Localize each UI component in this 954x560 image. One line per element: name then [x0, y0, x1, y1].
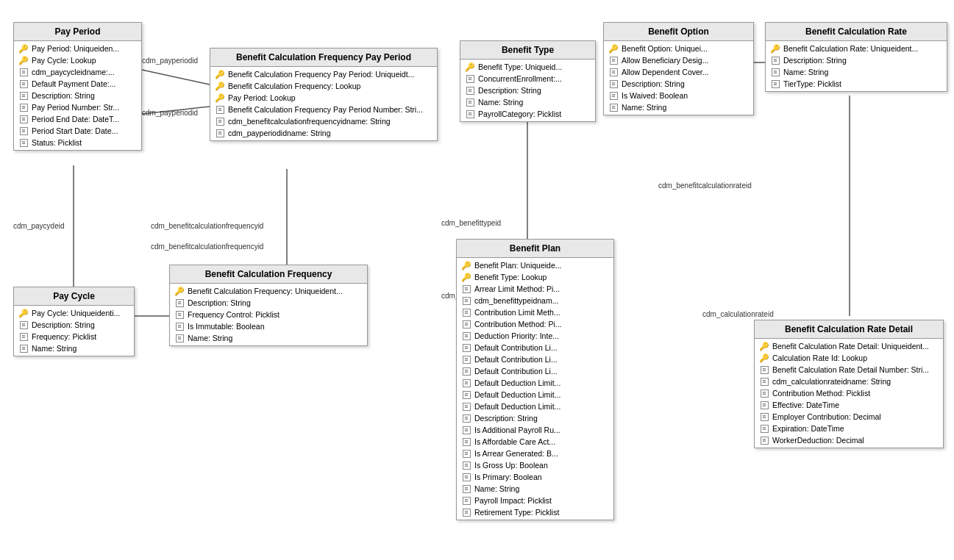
field-row: ≡WorkerDeduction: Decimal: [755, 434, 943, 446]
field-icon: ≡: [174, 321, 185, 331]
entity-benefit-calc-rate-header: Benefit Calculation Rate: [766, 23, 947, 41]
field-row: 🔑Calculation Rate Id: Lookup: [755, 352, 943, 364]
field-row: ≡Is Immutable: Boolean: [170, 320, 367, 332]
field-icon: ≡: [174, 309, 185, 320]
field-row: ≡Is Primary: Boolean: [457, 471, 613, 483]
field-row: ≡Pay Period Number: Str...: [14, 101, 141, 113]
field-icon: ≡: [18, 114, 29, 124]
entity-pay-cycle-header: Pay Cycle: [14, 287, 134, 306]
key-icon: 🔑: [759, 353, 769, 363]
entity-benefit-type-body: 🔑Benefit Type: Uniqueid... ≡ConcurrentEn…: [460, 60, 595, 121]
svg-line-0: [142, 70, 210, 85]
key-icon: 🔑: [18, 43, 29, 54]
field-row: ≡ConcurrentEnrollment:...: [460, 73, 595, 85]
field-row: ≡cdm_payperiodidname: String: [210, 127, 437, 139]
field-icon: ≡: [461, 331, 471, 341]
field-row: ≡Benefit Calculation Rate Detail Number:…: [755, 364, 943, 376]
field-row: 🔑Pay Period: Uniqueiden...: [14, 43, 141, 54]
entity-benefit-calc-freq-body: 🔑Benefit Calculation Frequency: Uniqueid…: [170, 284, 367, 345]
field-icon: ≡: [461, 390, 471, 400]
field-row: ≡Description: String: [457, 412, 613, 424]
field-row: ≡Name: String: [14, 342, 134, 354]
field-row: ≡Name: String: [766, 66, 947, 78]
field-row: ≡Name: String: [604, 101, 753, 113]
field-icon: ≡: [770, 79, 780, 89]
entity-benefit-option: Benefit Option 🔑Benefit Option: Uniquei.…: [603, 22, 754, 115]
field-icon: ≡: [461, 319, 471, 329]
connector-label-payperiodid-2: cdm_payperiodid: [142, 109, 198, 117]
field-row: ≡Frequency Control: Picklist: [170, 309, 367, 320]
field-icon: ≡: [770, 67, 780, 77]
field-icon: ≡: [174, 333, 185, 343]
field-icon: ≡: [215, 116, 225, 126]
field-icon: ≡: [461, 448, 471, 459]
entity-benefit-option-header: Benefit Option: [604, 23, 753, 41]
field-row: ≡Contribution Method: Picklist: [755, 387, 943, 399]
key-icon: 🔑: [461, 260, 471, 270]
field-icon: ≡: [759, 365, 769, 375]
key-icon: 🔑: [770, 43, 780, 54]
key-icon: 🔑: [215, 69, 225, 79]
field-icon: ≡: [759, 412, 769, 422]
field-icon: ≡: [465, 109, 475, 119]
entity-benefit-plan-body: 🔑Benefit Plan: Uniqueide... 🔑Benefit Typ…: [457, 258, 613, 520]
key-icon: 🔑: [608, 43, 619, 54]
key-icon: 🔑: [215, 81, 225, 91]
field-icon: ≡: [465, 97, 475, 107]
field-icon: ≡: [465, 73, 475, 84]
field-icon: ≡: [461, 507, 471, 517]
field-row: ≡TierType: Picklist: [766, 78, 947, 90]
field-row: ≡Description: String: [14, 90, 141, 101]
key-icon: 🔑: [18, 308, 29, 318]
key-icon: 🔑: [18, 55, 29, 65]
field-row: ≡Retirement Type: Picklist: [457, 506, 613, 518]
connector-label-calculationrateid: cdm_calculationrateid: [702, 310, 774, 318]
field-row: ≡Default Deduction Limit...: [457, 377, 613, 389]
field-row: ≡Default Contribution Li...: [457, 365, 613, 377]
field-icon: ≡: [759, 435, 769, 445]
entity-benefit-plan-header: Benefit Plan: [457, 240, 613, 258]
field-row: 🔑Benefit Type: Uniqueid...: [460, 61, 595, 73]
field-icon: ≡: [461, 307, 471, 317]
field-row: ≡Is Arrear Generated: B...: [457, 448, 613, 459]
field-icon: ≡: [608, 67, 619, 77]
connector-label-benefitcalcfreqid-1: cdm_benefitcalculationfrequencyid: [151, 222, 263, 230]
field-icon: ≡: [461, 284, 471, 294]
field-icon: ≡: [770, 55, 780, 65]
field-row: ≡Default Deduction Limit...: [457, 389, 613, 401]
field-row: ≡Benefit Calculation Frequency Pay Perio…: [210, 104, 437, 115]
diagram-canvas: Pay Period 🔑Pay Period: Uniqueiden... 🔑P…: [0, 0, 954, 560]
field-icon: ≡: [461, 425, 471, 435]
field-icon: ≡: [461, 413, 471, 423]
field-row: 🔑Pay Cycle: Uniqueidenti...: [14, 307, 134, 319]
connector-label-paycydeid: cdm_paycydeid: [13, 222, 64, 230]
key-icon: 🔑: [215, 93, 225, 103]
field-row: ≡Arrear Limit Method: Pi...: [457, 283, 613, 295]
key-icon: 🔑: [759, 341, 769, 351]
entity-benefit-calc-rate-detail-body: 🔑Benefit Calculation Rate Detail: Unique…: [755, 339, 943, 448]
field-icon: ≡: [18, 320, 29, 330]
field-row: ≡Is Affordable Care Act...: [457, 436, 613, 448]
field-row: ≡Name: String: [460, 96, 595, 108]
field-row: ≡Status: Picklist: [14, 137, 141, 148]
entity-benefit-calc-rate-detail: Benefit Calculation Rate Detail 🔑Benefit…: [754, 320, 944, 448]
field-row: ≡Default Contribution Li...: [457, 353, 613, 365]
field-row: ≡Default Deduction Limit...: [457, 401, 613, 412]
field-icon: ≡: [215, 128, 225, 138]
field-row: 🔑Benefit Plan: Uniqueide...: [457, 259, 613, 271]
field-icon: ≡: [608, 55, 619, 65]
connector-label-benefittypeid-1: cdm_benefittypeid: [441, 219, 501, 227]
field-icon: ≡: [215, 104, 225, 115]
field-row: ≡Is Gross Up: Boolean: [457, 459, 613, 471]
field-row: ≡Contribution Limit Meth...: [457, 306, 613, 318]
field-row: 🔑Benefit Calculation Rate Detail: Unique…: [755, 340, 943, 352]
field-icon: ≡: [461, 366, 471, 376]
entity-benefit-calc-freq-pay-period: Benefit Calculation Frequency Pay Period…: [210, 48, 438, 141]
entity-pay-period-header: Pay Period: [14, 23, 141, 41]
field-icon: ≡: [465, 85, 475, 96]
field-row: ≡Description: String: [14, 319, 134, 331]
entity-benefit-option-body: 🔑Benefit Option: Uniquei... ≡Allow Benef…: [604, 41, 753, 115]
field-icon: ≡: [759, 423, 769, 434]
field-row: ≡PayrollCategory: Picklist: [460, 108, 595, 120]
field-icon: ≡: [461, 378, 471, 388]
